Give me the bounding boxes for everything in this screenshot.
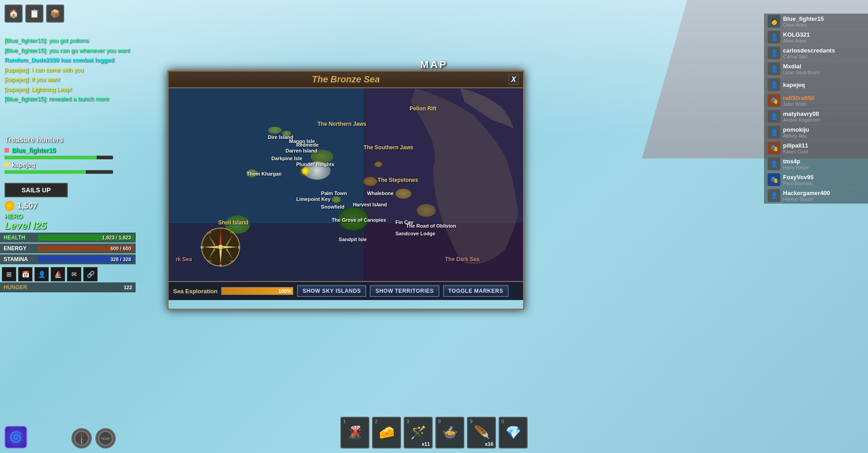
hero-label: HERO: [5, 213, 131, 220]
show-territories-button[interactable]: SHOW TERRITORIES: [370, 285, 439, 297]
stamina-label: STAMINA: [0, 256, 36, 262]
icon-row: ⊞ 📅 👤 ⛵ ✉ 🔗: [2, 267, 137, 281]
player2-bar: [5, 170, 113, 174]
stamina-bar-row: STAMINA 328 / 328: [0, 254, 136, 264]
player-info-2: carlosdescredants Carlos Slot: [783, 47, 864, 59]
energy-bar-outer: 600 / 600: [38, 245, 134, 252]
player1-name: Blue_fighter15: [12, 147, 56, 154]
list-item-4: 👤 kapejeq: [764, 77, 868, 93]
stamina-bar-outer: 328 / 328: [38, 256, 134, 262]
player-row-1: Blue_fighter15: [5, 147, 131, 154]
exploration-pct: 100%: [278, 288, 291, 294]
menu-icon-btn[interactable]: 📋: [25, 5, 43, 23]
player-list-name-11: Hackergamer400: [783, 190, 864, 196]
player-list-name-1: KOLG321: [783, 31, 864, 38]
chat-area: [Blue_fighter15]: you got potions [Blue_…: [5, 36, 167, 105]
svg-text:SW: SW: [207, 260, 212, 262]
sail-icon[interactable]: ⛵: [51, 267, 65, 281]
map-title: MAP: [420, 59, 448, 71]
player-list-sub-6: Andrei Kagemori: [783, 117, 864, 123]
svg-text:NE: NE: [230, 231, 234, 234]
island-7: [374, 162, 382, 167]
chat-line-5: [kapejeq]: if you want: [5, 75, 167, 84]
avatar-2: 👤: [768, 47, 780, 59]
compass-rose: N S E W NE NW SE SW: [200, 227, 241, 267]
hotbar-num-9: 9: [470, 419, 472, 424]
gold-icon: [5, 201, 14, 211]
health-bar-row: HEALTH 1,823 / 1,823: [0, 233, 136, 243]
avatar-8: 🎭: [768, 142, 780, 154]
hotbar-slot-2[interactable]: 2 🧀: [372, 417, 401, 448]
show-sky-islands-button[interactable]: SHOW SKY ISLANDS: [297, 285, 366, 297]
calendar-icon[interactable]: 📅: [18, 267, 33, 281]
svg-text:SE: SE: [230, 260, 234, 262]
level-display: Level I25: [5, 220, 131, 232]
hotbar: 1 🌋 2 🧀 3 🪄 x11 8 🍲 9 🪶 x16 0 💎: [340, 417, 528, 448]
toggle-markers-button[interactable]: TOGGLE MARKERS: [443, 285, 509, 297]
player-list-sub-11: Herron Bosch: [783, 196, 864, 202]
mail-icon[interactable]: ✉: [67, 267, 81, 281]
island-9: [417, 204, 436, 217]
hunger-label: HUNGER: [0, 284, 36, 291]
player2-name: kapejeq: [12, 161, 35, 168]
hotbar-num-3: 3: [406, 419, 409, 424]
island-large: [339, 208, 368, 230]
player-info-5: rafi50rafi50 John Wish: [783, 95, 864, 107]
energy-value: 600 / 600: [110, 246, 134, 251]
hotbar-slot-9[interactable]: 9 🪶 x16: [467, 417, 496, 448]
svg-point-16: [218, 245, 223, 249]
player-list-sub-9: Haris Reize: [783, 165, 864, 170]
person-icon[interactable]: 👤: [34, 267, 49, 281]
player-list-name-9: tms4p: [783, 158, 864, 165]
player-list-sub-2: Carlos Slot: [783, 54, 864, 59]
player-list-name-0: Blue_fighter15: [783, 15, 864, 22]
top-icon-bar: 🏠 📋 📦: [5, 5, 64, 23]
chat-line-6: [kapejeq]: Lightning Leap!: [5, 85, 167, 94]
island-6: [363, 177, 377, 186]
island-8: [396, 189, 411, 199]
player1-bar: [5, 156, 113, 159]
hotbar-slot-3[interactable]: 3 🪄 x11: [404, 417, 433, 448]
skill-icon[interactable]: 🌀: [5, 426, 27, 448]
link-icon[interactable]: 🔗: [83, 267, 98, 281]
inventory-icon[interactable]: ⊞: [2, 267, 16, 281]
gold-display: 1,507: [5, 201, 131, 211]
svg-text:S: S: [219, 263, 222, 267]
svg-text:E: E: [238, 245, 241, 249]
svg-text:N: N: [219, 227, 222, 230]
map-close-button[interactable]: X: [509, 75, 519, 85]
player-list-sub-7: Abbey Abu: [783, 133, 864, 138]
hotbar-item-0: 💎: [505, 426, 521, 439]
player-list-name-2: carlosdescredants: [783, 47, 864, 54]
list-item-10: 🎭 FoxyVov95 Paul Bismark: [764, 172, 868, 188]
gold-amount: 1,507: [17, 201, 38, 211]
avatar-7: 👤: [768, 126, 780, 138]
temp-dial: TEMP: [95, 428, 116, 448]
inventory-icon-btn[interactable]: 📦: [46, 5, 64, 23]
hunger-value: 122: [124, 285, 136, 290]
hotbar-slot-8[interactable]: 8 🍲: [435, 417, 464, 448]
home-icon-btn[interactable]: 🏠: [5, 5, 23, 23]
list-item-2: 👤 carlosdescredants Carlos Slot: [764, 45, 868, 61]
player2-bar-fill: [5, 170, 86, 174]
map-body[interactable]: Pelion Rift The Northern Jaws The Southe…: [169, 88, 523, 281]
player-list-sub-3: Liran Silverthorn: [783, 70, 864, 75]
player-list-sub-8: Karen Gold: [783, 149, 864, 154]
hotbar-count-9: x16: [485, 441, 493, 447]
sails-button[interactable]: SAILS UP: [5, 183, 68, 197]
map-footer: Sea Exploration 100% SHOW SKY ISLANDS SH…: [169, 281, 523, 300]
player-info-0: Blue_fighter15 Olive Artes: [783, 15, 864, 28]
hotbar-slot-0[interactable]: 0 💎: [499, 417, 528, 448]
player1-bar-fill: [5, 156, 97, 159]
hotbar-slot-1[interactable]: 1 🌋: [340, 417, 369, 448]
player-info-1: KOLG321 Alive Artes: [783, 31, 864, 43]
map-window: The Bronze Sea X Pelion Rift The North: [167, 70, 524, 310]
list-item-1: 👤 KOLG321 Alive Artes: [764, 29, 868, 45]
svg-text:NW: NW: [207, 231, 212, 234]
hotbar-item-8: 🍲: [442, 426, 458, 439]
player-list-sub-0: Olive Artes: [783, 22, 864, 28]
health-value: 1,823 / 1,823: [102, 235, 134, 240]
player-list-name-4: kapejeq: [783, 81, 864, 88]
list-item-7: 👤 pomokiju Abbey Abu: [764, 124, 868, 140]
avatar-10: 🎭: [768, 173, 780, 186]
